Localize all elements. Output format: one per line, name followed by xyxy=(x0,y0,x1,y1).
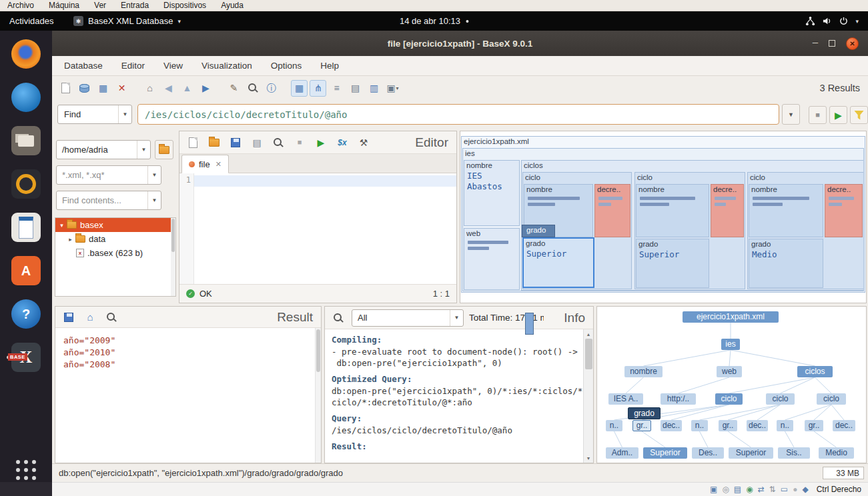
query-history-button[interactable]: ▼ xyxy=(782,104,800,125)
browse-folder-button[interactable] xyxy=(155,140,173,159)
dock-item-media-player[interactable] xyxy=(5,169,47,199)
tree-item-data[interactable]: ▸data xyxy=(55,232,175,246)
vbox-audio-icon[interactable]: ◉ xyxy=(746,485,753,493)
dock-item-firefox[interactable] xyxy=(5,39,47,69)
tree-node-des[interactable]: Des.. xyxy=(692,447,724,459)
vbox-optical-drives-icon[interactable]: ◎ xyxy=(722,485,729,493)
stop-button[interactable]: ■ xyxy=(809,106,827,124)
tree-node-ciclos[interactable]: ciclos xyxy=(797,366,833,377)
vbox-mouse-integration-icon[interactable]: ◆ xyxy=(802,485,808,493)
tree-node-nombre[interactable]: nombre xyxy=(624,366,663,377)
vm-menu-maquina[interactable]: Máquina xyxy=(41,0,87,11)
tree-node-iesa[interactable]: IES A.. xyxy=(608,393,643,405)
editor-packages-button[interactable]: ⚒ xyxy=(356,135,372,151)
vbox-recording-icon[interactable]: ● xyxy=(793,485,797,493)
editor-open-button[interactable] xyxy=(206,135,222,151)
tree-node-root[interactable]: ejercicio1xpath.xml xyxy=(683,311,779,323)
dock-item-ubuntu-software[interactable]: A xyxy=(5,255,47,286)
map-block-ciclo-2-decreto[interactable]: decre.. xyxy=(711,184,744,237)
tab-file[interactable]: file ✕ xyxy=(181,155,229,173)
clock-button[interactable]: 14 de abr 10:13 xyxy=(400,11,468,31)
editor-run-button[interactable]: ▶ xyxy=(313,135,329,151)
titlebar[interactable]: file [ejercicio1xpath] - BaseX 9.0.1 – ✕ xyxy=(52,31,868,56)
editor-save-button[interactable] xyxy=(228,135,244,151)
search-scope-select[interactable]: Find ▼ xyxy=(57,105,132,124)
explorer-view-button[interactable]: ▣▾ xyxy=(384,80,401,97)
tree-node-adm[interactable]: Adm.. xyxy=(606,447,638,459)
menu-options[interactable]: Options xyxy=(262,56,312,75)
vbox-shared-folders-icon[interactable]: ▭ xyxy=(781,485,788,493)
tree-node-dec2[interactable]: dec.. xyxy=(747,420,768,431)
dock-item-files[interactable] xyxy=(5,125,47,156)
tree-node-n2[interactable]: n.. xyxy=(691,420,708,431)
editor-code-area[interactable]: 1 xyxy=(179,173,456,284)
tree-node-ciclo2[interactable]: ciclo xyxy=(766,393,795,405)
open-database-button[interactable] xyxy=(76,80,93,97)
scroll-up-icon[interactable]: ▲ xyxy=(586,329,591,339)
vm-menu-ayuda[interactable]: Ayuda xyxy=(213,0,251,11)
menu-database[interactable]: Database xyxy=(55,56,112,75)
map-block-ciclo-1-grado[interactable]: gradoSuperior xyxy=(522,237,594,288)
vm-menu-archivo[interactable]: Archivo xyxy=(0,0,41,11)
map-block-ciclo-3-decreto[interactable]: decre.. xyxy=(825,184,863,237)
tree-node-ciclo1[interactable]: ciclo xyxy=(715,393,743,405)
vbox-network-icon[interactable]: ⇄ xyxy=(758,485,765,493)
vm-menu-ver[interactable]: Ver xyxy=(87,0,113,11)
vm-menu-dispositivos[interactable]: Dispositivos xyxy=(156,0,213,11)
tree-node-gr3[interactable]: gr.. xyxy=(805,420,823,431)
appmenu-button[interactable]: ✱ BaseX XML Database ▾ xyxy=(73,11,181,31)
forward-button[interactable]: ▶ xyxy=(197,80,214,97)
tree-node-http[interactable]: http:/.. xyxy=(661,393,696,405)
tree-node-ciclo3[interactable]: ciclo xyxy=(817,393,846,405)
tree-node-sup1[interactable]: Superior xyxy=(643,447,687,459)
activities-button[interactable]: Actividades xyxy=(0,11,53,31)
minimize-button[interactable]: – xyxy=(813,37,818,47)
menu-visualization[interactable]: Visualization xyxy=(192,56,262,75)
tree-node-n3[interactable]: n.. xyxy=(777,420,793,431)
find-contents-input[interactable] xyxy=(57,195,147,205)
result-save-button[interactable] xyxy=(61,309,77,325)
vbox-hard-disks-icon[interactable]: ▤ xyxy=(734,485,741,493)
map-block-ciclo-2-nombre[interactable]: nombre xyxy=(636,184,709,237)
editor-new-button[interactable] xyxy=(185,135,201,151)
file-tree-scrollbar[interactable] xyxy=(171,218,175,296)
tree-item-basex[interactable]: ▾basex xyxy=(55,218,175,232)
find-contents-select[interactable]: ▼ xyxy=(56,191,161,210)
memory-indicator[interactable]: 33 MB xyxy=(823,467,864,479)
folder-view-button[interactable]: ≡ xyxy=(328,80,345,97)
tab-close-icon[interactable]: ✕ xyxy=(215,160,222,169)
grid-view-button[interactable]: ▤ xyxy=(347,80,364,97)
maximize-button[interactable] xyxy=(829,40,835,47)
scroll-thumb[interactable] xyxy=(585,339,592,369)
editor-history-button[interactable]: ▤ xyxy=(249,135,265,151)
result-find-button[interactable] xyxy=(103,309,119,325)
path-select[interactable]: /home/adria ▼ xyxy=(56,140,151,159)
system-menu-button[interactable]: ▾ xyxy=(800,11,864,31)
tree-node-ies[interactable]: ies xyxy=(721,339,740,350)
tree-node-dec1[interactable]: dec.. xyxy=(661,420,682,431)
filter-button[interactable] xyxy=(850,106,868,124)
scroll-down-icon[interactable]: ▼ xyxy=(586,453,591,463)
dock-item-help[interactable]: ? xyxy=(5,299,47,329)
tree-node-web[interactable]: web xyxy=(717,366,742,377)
dock-item-libreoffice[interactable] xyxy=(5,212,47,243)
info-scrollbar[interactable]: ▲ ▼ xyxy=(583,329,593,463)
map-block-ies-web[interactable]: web xyxy=(464,228,520,290)
edit-button[interactable]: ✎ xyxy=(226,80,242,97)
vbox-usb-icon[interactable]: ⇅ xyxy=(769,485,776,493)
editor-find-button[interactable] xyxy=(270,135,286,151)
back-button[interactable]: ◀ xyxy=(160,80,177,97)
map-block-ciclo-2-grado[interactable]: gradoSuperior xyxy=(636,239,709,288)
properties-button[interactable]: ▦ xyxy=(95,80,111,97)
up-button[interactable]: ▲ xyxy=(179,80,195,97)
tree-node-n1[interactable]: n.. xyxy=(606,420,622,431)
map-block-ciclo-3-grado[interactable]: gradoMedio xyxy=(749,239,823,288)
tree-node-dec3[interactable]: dec.. xyxy=(833,420,855,431)
map-block-ies-nombre[interactable]: nombreIESAbastos xyxy=(464,160,520,226)
info-view-button[interactable]: ⓘ xyxy=(263,80,280,97)
editor-external-vars-button[interactable]: $x xyxy=(334,135,350,151)
file-filter-select[interactable]: *.xml, *.xq* ▼ xyxy=(56,165,161,185)
map-block-ciclo-3-nombre[interactable]: nombre xyxy=(749,184,823,237)
tree-node-sis[interactable]: Sis.. xyxy=(778,447,810,459)
tree-node-sup2[interactable]: Superior xyxy=(729,447,773,459)
